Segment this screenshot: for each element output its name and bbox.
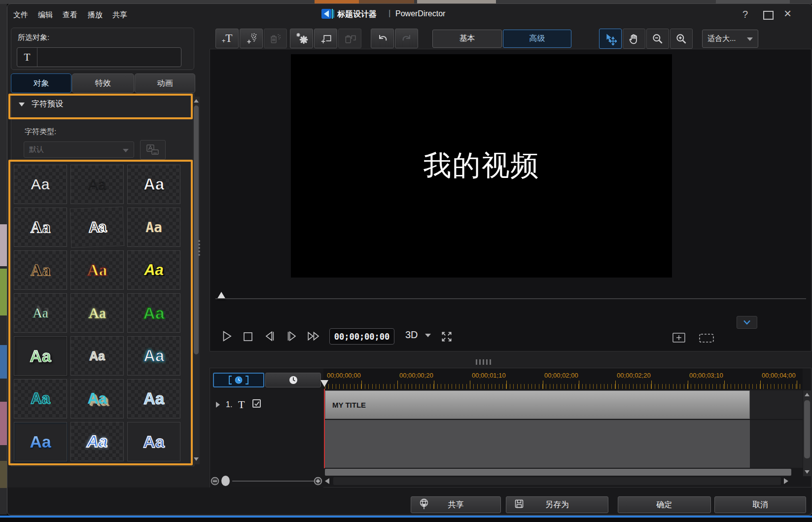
preset-tile[interactable]: Aa [71,379,124,418]
selected-object-input[interactable]: T [17,47,181,67]
preset-tile[interactable]: Aa [14,165,67,204]
scroll-up-icon[interactable] [805,393,810,396]
select-tool-button[interactable] [599,29,622,49]
ruler-label: 00;00;02;20 [617,372,651,379]
pan-tool-button[interactable] [623,29,645,49]
tab-object[interactable]: 对象 [11,73,71,93]
insert-effect-button[interactable] [290,29,313,48]
previous-frame-button[interactable] [263,330,276,345]
title-clip-body[interactable] [325,420,750,468]
stop-button[interactable] [243,331,253,344]
preset-tile[interactable]: Aa [71,250,124,290]
menu-share[interactable]: 共享 [112,10,127,20]
preset-tile[interactable]: Aa [71,422,124,461]
timeline-zoom-slider-track[interactable] [232,481,314,482]
tab-animation[interactable]: 动画 [135,73,195,93]
insert-title-button[interactable]: + T [215,29,239,48]
menu-edit[interactable]: 编辑 [38,10,53,20]
timeline-mode-duration-tab[interactable] [213,373,264,387]
timeline-hscrollbar-track[interactable] [333,477,781,485]
preset-tile[interactable]: Aa [127,293,180,333]
close-button[interactable]: × [784,6,791,21]
preset-tile[interactable]: Aa [70,207,125,248]
timeline-zoom-out-button[interactable] [211,477,219,487]
playhead-handle[interactable] [320,380,328,387]
3d-mode-dropdown[interactable]: 3D [405,329,418,341]
collapse-preview-button[interactable] [737,316,757,329]
fast-forward-button[interactable] [307,330,321,345]
background-thumbnail-fragment [0,402,7,445]
character-presets-header[interactable]: 字符预设 [12,97,179,113]
menu-play[interactable]: 播放 [88,10,103,20]
delete-particle-button[interactable] [264,29,287,48]
preset-tile[interactable]: Aa [14,293,67,333]
preset-tile[interactable]: Aa [71,336,124,376]
insert-particle-button[interactable] [240,29,263,48]
basic-mode-button[interactable]: 基本 [432,30,502,48]
scroll-right-icon[interactable] [784,478,788,484]
delete-image-button[interactable] [338,29,361,48]
share-button[interactable]: 共享 [411,496,501,513]
fit-zoom-dropdown[interactable]: 适合大... [702,30,758,48]
preset-tile[interactable]: Aa [14,208,67,247]
panel-splitter-grip[interactable] [198,240,200,256]
preset-sample: Aa [30,347,51,366]
save-as-button[interactable]: 另存为 [506,496,608,513]
timeline-mode-easy-tab[interactable] [265,373,321,387]
safe-zone-icon [699,333,714,343]
preset-tile[interactable]: Aa [127,208,180,247]
redo-button[interactable] [395,29,418,48]
timeline-splitter-grip[interactable] [476,359,491,365]
chevron-down-icon [742,319,751,326]
scroll-down-icon[interactable] [194,457,199,461]
timeline-zoom-slider-thumb[interactable] [221,476,230,486]
preset-tile[interactable]: Aa [127,250,180,290]
preset-tile[interactable]: Aa [14,422,67,461]
preset-tile[interactable]: Aa [127,422,180,461]
seek-slider-track[interactable] [215,298,806,299]
preset-tile[interactable]: Aa [71,293,124,333]
background-thumbnail-fragment [0,461,7,488]
menu-view[interactable]: 查看 [63,10,77,20]
timeline-hscrollbar-thumb[interactable] [325,469,791,476]
play-button[interactable] [220,330,233,345]
track-expand-icon[interactable] [216,402,220,408]
next-frame-icon [285,330,298,343]
apply-type-button[interactable] [140,140,166,160]
preset-tile[interactable]: Aa [14,336,67,376]
scroll-left-icon[interactable] [325,478,329,484]
preset-tile[interactable]: Aa [127,165,180,204]
safe-zone-toggle-button[interactable] [699,333,714,345]
timeline-zoom-in-button[interactable] [314,477,322,487]
insert-image-button[interactable] [314,29,337,48]
cancel-button[interactable]: 取消 [714,496,806,513]
menu-file[interactable]: 文件 [13,10,28,20]
advanced-mode-label: 高级 [530,34,545,44]
scroll-up-icon[interactable] [194,99,199,103]
maximize-button[interactable] [763,11,774,20]
timeline-vscrollbar-thumb[interactable] [804,400,810,458]
zoom-in-tool-button[interactable] [670,29,693,49]
title-text-object[interactable]: 我的视频 [424,147,540,185]
preset-tile[interactable]: Aa [14,250,67,290]
undo-button[interactable] [371,29,394,48]
preset-tile[interactable]: Aa [71,165,124,204]
advanced-mode-button[interactable]: 高级 [503,30,571,48]
grid-toggle-button[interactable] [672,332,686,346]
title-clip[interactable]: MY TITLE [325,390,750,419]
preset-tile[interactable]: Aa [14,379,67,418]
fullscreen-button[interactable] [440,330,453,345]
background-left-strip [0,4,7,516]
delete-particle-icon [269,32,282,45]
panel-scrollbar-thumb[interactable] [194,105,199,354]
help-button[interactable]: ? [742,9,748,20]
preset-tile[interactable]: Aa [127,379,180,418]
ok-button[interactable]: 确定 [618,496,711,513]
scroll-down-icon[interactable] [805,470,810,474]
track-enabled-checkbox[interactable] [252,399,261,408]
zoom-out-tool-button[interactable] [646,29,669,49]
preset-tile[interactable]: Aa [127,336,180,376]
tab-effects[interactable]: 特效 [72,73,134,93]
next-frame-button[interactable] [285,330,298,345]
character-type-dropdown[interactable]: 默认 [24,141,134,158]
